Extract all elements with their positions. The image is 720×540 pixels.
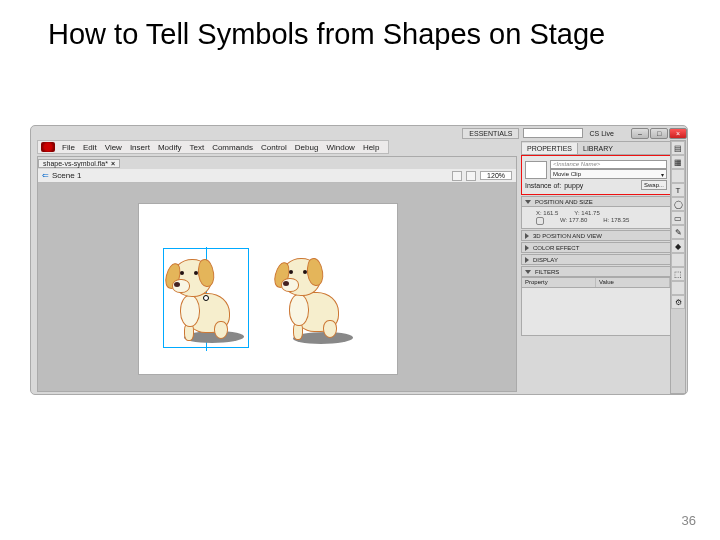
menu-insert[interactable]: Insert (126, 143, 154, 152)
shape-on-stage[interactable] (273, 248, 359, 348)
prop-h[interactable]: H: 178.35 (603, 217, 629, 225)
minimize-button[interactable]: – (631, 128, 649, 139)
zoom-dropdown[interactable]: 120% (480, 171, 512, 180)
tool-selection[interactable]: ▤ (671, 141, 685, 155)
document-area: shape-vs-symbol.fla* × ⇐ Scene 1 120% (37, 156, 517, 392)
instance-name-input[interactable]: <Instance Name> (550, 160, 667, 169)
tool-rectangle[interactable]: ▭ (671, 211, 685, 225)
tool-deco[interactable] (671, 253, 685, 267)
symbol-instance-selected[interactable] (163, 248, 249, 348)
tab-library[interactable]: LIBRARY (578, 143, 618, 154)
section-display[interactable]: DISPLAY (521, 254, 671, 265)
registration-point-icon (203, 295, 209, 301)
stage-pasteboard[interactable] (38, 183, 516, 391)
maximize-button[interactable]: □ (650, 128, 668, 139)
menu-commands[interactable]: Commands (208, 143, 257, 152)
prop-w[interactable]: W: 177.80 (560, 217, 587, 225)
tool-brush[interactable]: ◆ (671, 239, 685, 253)
cs-live-button[interactable]: CS Live (589, 130, 614, 137)
section-position-size[interactable]: POSITION AND SIZE (521, 196, 671, 207)
flash-app-window: ESSENTIALS CS Live – □ × File Edit View … (30, 125, 688, 395)
edit-bar: ⇐ Scene 1 120% (38, 169, 516, 183)
document-tab-label: shape-vs-symbol.fla* (43, 160, 108, 167)
document-tab[interactable]: shape-vs-symbol.fla* × (38, 159, 120, 168)
menu-modify[interactable]: Modify (154, 143, 186, 152)
instance-of-value: puppy (564, 182, 583, 189)
prop-y[interactable]: Y: 141.75 (574, 210, 599, 216)
panel-tabs: PROPERTIES LIBRARY (521, 141, 671, 155)
tool-free-transform[interactable] (671, 169, 685, 183)
flash-logo-icon (41, 142, 55, 152)
menu-debug[interactable]: Debug (291, 143, 323, 152)
workspace-switcher[interactable]: ESSENTIALS (462, 128, 519, 139)
edit-symbol-icon[interactable] (466, 171, 476, 181)
edit-scene-icon[interactable] (452, 171, 462, 181)
close-button[interactable]: × (669, 128, 687, 139)
menu-view[interactable]: View (101, 143, 126, 152)
tool-options[interactable]: ⚙ (671, 295, 685, 309)
close-tab-icon[interactable]: × (111, 160, 115, 167)
tool-oval[interactable]: ◯ (671, 197, 685, 211)
lock-aspect-icon[interactable] (536, 217, 544, 225)
section-3d[interactable]: 3D POSITION AND VIEW (521, 230, 671, 241)
tool-text[interactable]: T (671, 183, 685, 197)
back-icon[interactable]: ⇐ (42, 171, 49, 180)
properties-panel: PROPERTIES LIBRARY <Instance Name> Movie… (521, 141, 671, 393)
menu-bar: File Edit View Insert Modify Text Comman… (37, 140, 389, 154)
tool-paint-bucket[interactable] (671, 281, 685, 295)
instance-of-label: Instance of: (525, 182, 561, 189)
menu-file[interactable]: File (58, 143, 79, 152)
menu-text[interactable]: Text (185, 143, 208, 152)
section-filters[interactable]: FILTERS (521, 266, 671, 277)
tool-bone[interactable]: ⬚ (671, 267, 685, 281)
menu-control[interactable]: Control (257, 143, 291, 152)
section-color-effect[interactable]: COLOR EFFECT (521, 242, 671, 253)
filters-table-header: PropertyValue (521, 277, 671, 288)
tab-properties[interactable]: PROPERTIES (522, 143, 578, 154)
symbol-type-dropdown[interactable]: Movie Clip▾ (550, 169, 667, 179)
instance-thumbnail-icon (525, 161, 547, 179)
swap-button[interactable]: Swap... (641, 180, 667, 190)
page-number: 36 (682, 513, 696, 528)
stage[interactable] (138, 203, 398, 375)
tool-subselection[interactable]: ▦ (671, 155, 685, 169)
search-input[interactable] (523, 128, 583, 138)
prop-x[interactable]: X: 161.5 (536, 210, 558, 216)
titlebar: ESSENTIALS CS Live – □ × (462, 126, 687, 140)
slide-title: How to Tell Symbols from Shapes on Stage (0, 0, 720, 51)
tools-panel: ▤ ▦ T ◯ ▭ ✎ ◆ ⬚ ⚙ (670, 140, 686, 394)
menu-edit[interactable]: Edit (79, 143, 101, 152)
menu-window[interactable]: Window (322, 143, 358, 152)
tool-pencil[interactable]: ✎ (671, 225, 685, 239)
menu-help[interactable]: Help (359, 143, 383, 152)
scene-label[interactable]: Scene 1 (52, 171, 81, 180)
instance-info-section: <Instance Name> Movie Clip▾ Instance of:… (521, 155, 671, 195)
